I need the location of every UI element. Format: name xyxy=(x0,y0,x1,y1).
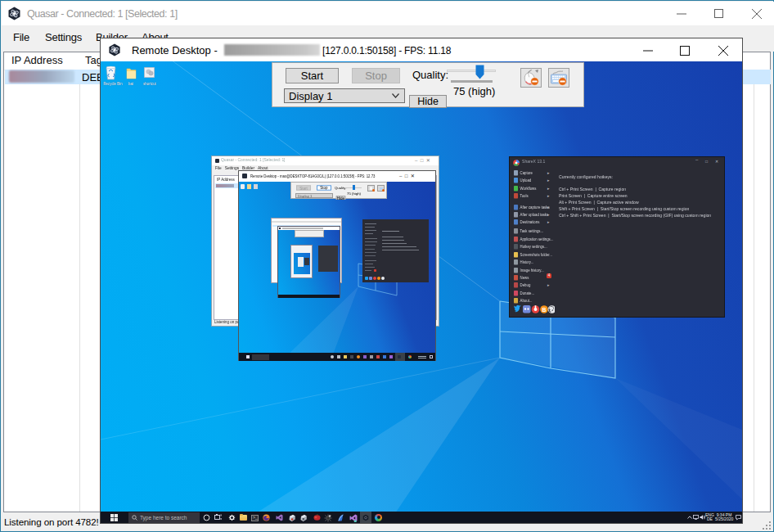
svg-text:B: B xyxy=(542,307,546,313)
